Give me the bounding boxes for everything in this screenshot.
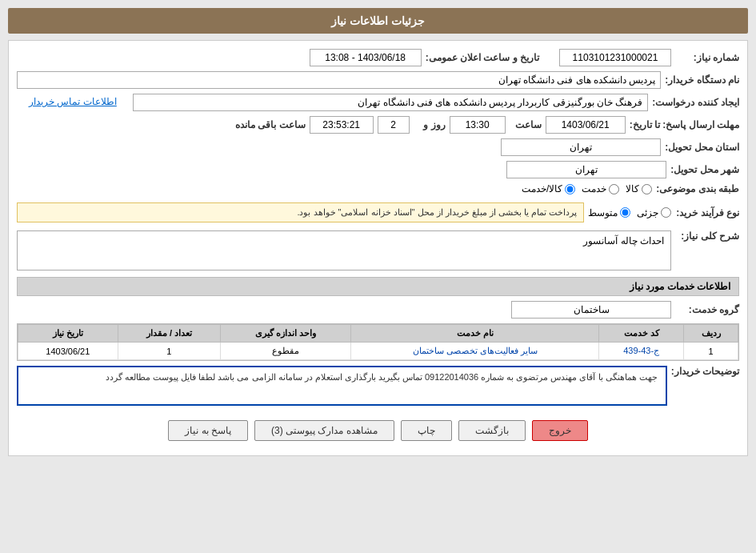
view-docs-button[interactable]: مشاهده مدارک پیوستی (3)	[254, 420, 394, 441]
deadline-label: مهلت ارسال پاسخ: تا تاریخ:	[630, 119, 739, 130]
row-category: طبقه بندی موضوعی: کالا خدمت کالا/خدمت	[17, 183, 739, 194]
category-khedmat-label: خدمت	[582, 183, 606, 194]
cell-row-num: 1	[684, 343, 738, 360]
row-need-number: شماره نیاز: 1103101231000021 تاریخ و ساع…	[17, 49, 739, 66]
purchase-type-jozii-label: جزئی	[637, 207, 658, 218]
city-label: شهر محل تحویل:	[670, 164, 739, 175]
deadline-remaining-label: ساعت باقی مانده	[234, 119, 306, 130]
print-button[interactable]: چاپ	[401, 420, 452, 441]
category-kala-khedmat-radio[interactable]	[565, 184, 575, 194]
province-label: استان محل تحویل:	[665, 142, 739, 153]
deadline-time-label: ساعت	[510, 119, 542, 130]
row-buyer-name: نام دستگاه خریدار: پردیس دانشکده های فنی…	[17, 71, 739, 89]
category-kala-khedmat: کالا/خدمت	[522, 183, 575, 194]
table-row: 1 ج-43-439 سایر فعالیت‌های تخصصی ساختمان…	[18, 343, 738, 360]
row-creator: ایجاد کننده درخواست: فرهنگ خان بورگنیزقی…	[17, 94, 739, 111]
reply-button[interactable]: پاسخ به نیاز	[168, 420, 248, 441]
col-service-code: کد خدمت	[599, 325, 684, 343]
row-city: شهر محل تحویل: تهران	[17, 161, 739, 178]
cell-service-name: سایر فعالیت‌های تخصصی ساختمان	[351, 343, 599, 360]
footer-buttons: خروج بازگشت چاپ مشاهده مدارک پیوستی (3) …	[17, 414, 739, 447]
buyer-name-value: پردیس دانشکده های فنی دانشگاه تهران	[17, 71, 661, 89]
col-quantity: تعداد / مقدار	[118, 325, 220, 343]
category-kala: کالا	[626, 183, 652, 194]
deadline-days: 2	[378, 116, 410, 134]
col-unit: واحد اندازه گیری	[221, 325, 351, 343]
category-khedmat-radio[interactable]	[609, 184, 619, 194]
date-label: تاریخ و ساعت اعلان عمومی:	[426, 52, 539, 63]
page-container: جزئیات اطلاعات نیاز شماره نیاز: 11031012…	[0, 0, 756, 553]
service-group-value: ساختمان	[511, 301, 671, 319]
purchase-type-motevaset: متوسط	[588, 207, 630, 218]
main-content: شماره نیاز: 1103101231000021 تاریخ و ساع…	[8, 40, 748, 456]
purchase-type-jozii-radio[interactable]	[661, 207, 671, 218]
date-value: 1403/06/18 - 13:08	[310, 49, 422, 66]
services-table-container: ردیف کد خدمت نام خدمت واحد اندازه گیری ت…	[17, 323, 739, 361]
deadline-remaining: 23:53:21	[310, 116, 374, 134]
contact-link[interactable]: اطلاعات تماس خریدار	[29, 96, 117, 107]
buyer-name-label: نام دستگاه خریدار:	[665, 74, 739, 86]
row-buyer-notes: توضیحات خریدار: جهت هماهنگی با آقای مهند…	[17, 366, 739, 406]
deadline-time: 13:30	[450, 116, 506, 134]
cell-service-code: ج-43-439	[599, 343, 684, 360]
exit-button[interactable]: خروج	[532, 420, 588, 441]
services-section-title: اطلاعات خدمات مورد نیاز	[17, 277, 739, 296]
category-kala-label: کالا	[626, 183, 639, 194]
row-service-group: گروه خدمت: ساختمان	[17, 301, 739, 319]
purchase-type-label: نوع فرآیند خرید:	[675, 207, 739, 218]
need-number-value: 1103101231000021	[559, 49, 671, 66]
col-service-name: نام خدمت	[351, 325, 599, 343]
category-kala-radio[interactable]	[642, 184, 652, 194]
header-title: جزئیات اطلاعات نیاز	[331, 14, 425, 27]
row-need-description: شرح کلی نیاز: احداث چاله آسانسور	[17, 230, 739, 270]
category-kala-khedmat-label: کالا/خدمت	[522, 183, 562, 194]
page-header: جزئیات اطلاعات نیاز	[8, 8, 748, 34]
purchase-type-radio-group: جزئی متوسط	[588, 207, 671, 218]
back-button[interactable]: بازگشت	[458, 420, 526, 441]
deadline-days-label: روز و	[414, 119, 446, 130]
buyer-notes-label: توضیحات خریدار:	[671, 366, 739, 377]
creator-label: ایجاد کننده درخواست:	[652, 97, 739, 108]
service-group-label: گروه خدمت:	[675, 304, 739, 315]
creator-value: فرهنگ خان بورگنیزقی کاربردار پردیس دانشک…	[133, 94, 648, 111]
category-khedmat: خدمت	[582, 183, 619, 194]
buyer-notes-value: جهت هماهنگی با آقای مهندس مرتضوی به شمار…	[17, 366, 667, 406]
need-number-label: شماره نیاز:	[675, 52, 739, 63]
row-province: استان محل تحویل: تهران	[17, 138, 739, 156]
deadline-date: 1403/06/21	[546, 116, 626, 134]
purchase-type-motevaset-label: متوسط	[588, 207, 618, 218]
need-description-label: شرح کلی نیاز:	[675, 230, 739, 242]
col-need-date: تاریخ نیاز	[18, 325, 118, 343]
province-value: تهران	[501, 138, 661, 156]
col-row-num: ردیف	[684, 325, 738, 343]
row-purchase-type: نوع فرآیند خرید: جزئی متوسط پرداخت تمام …	[17, 199, 739, 226]
purchase-note: پرداخت تمام یا بخشی از مبلغ خریدار از مح…	[17, 202, 584, 222]
purchase-type-motevaset-radio[interactable]	[620, 207, 630, 218]
city-value: تهران	[506, 161, 666, 178]
cell-unit: مقطوع	[221, 343, 351, 360]
category-radio-group: کالا خدمت کالا/خدمت	[522, 183, 652, 194]
category-label: طبقه بندی موضوعی:	[656, 183, 739, 194]
row-deadline: مهلت ارسال پاسخ: تا تاریخ: 1403/06/21 سا…	[17, 116, 739, 134]
cell-quantity: 1	[118, 343, 220, 360]
purchase-type-jozii: جزئی	[637, 207, 671, 218]
cell-need-date: 1403/06/21	[18, 343, 118, 360]
need-description-value: احداث چاله آسانسور	[17, 230, 671, 270]
services-table: ردیف کد خدمت نام خدمت واحد اندازه گیری ت…	[18, 324, 738, 360]
